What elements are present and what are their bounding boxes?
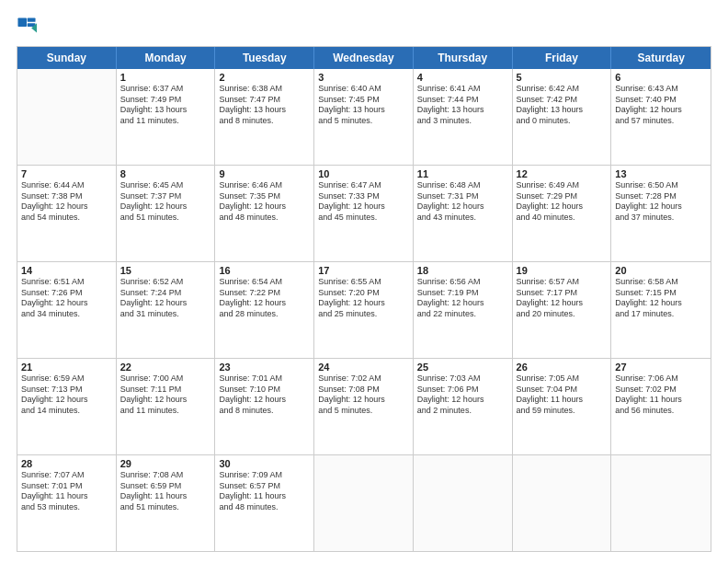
cell-info-line: Daylight: 11 hours	[120, 491, 211, 502]
calendar-cell: 16Sunrise: 6:54 AMSunset: 7:22 PMDayligh…	[215, 262, 314, 358]
cell-info-line: Daylight: 13 hours	[318, 105, 409, 116]
cell-info-line: Sunset: 7:10 PM	[219, 385, 310, 396]
cell-info-line: Sunset: 7:47 PM	[219, 95, 310, 106]
cell-info-line: and 8 minutes.	[219, 116, 310, 127]
cell-info-line: Sunrise: 6:58 AM	[615, 277, 707, 288]
calendar-cell: 8Sunrise: 6:45 AMSunset: 7:37 PMDaylight…	[117, 166, 216, 261]
header-day-monday: Monday	[117, 47, 216, 69]
cell-info-line: Sunrise: 7:00 AM	[120, 373, 211, 385]
day-number: 14	[21, 265, 112, 276]
cell-info-line: Sunrise: 6:45 AM	[120, 180, 211, 191]
cell-info-line: Sunset: 7:13 PM	[21, 385, 112, 396]
cell-info-line: Daylight: 12 hours	[318, 298, 409, 309]
calendar-cell: 11Sunrise: 6:48 AMSunset: 7:31 PMDayligh…	[414, 166, 513, 261]
day-number: 29	[120, 458, 211, 469]
day-number: 5	[517, 72, 608, 83]
cell-info-line: Sunrise: 7:08 AM	[120, 470, 211, 481]
cell-info-line: Sunrise: 6:52 AM	[120, 277, 211, 288]
calendar-cell: 21Sunrise: 6:59 AMSunset: 7:13 PMDayligh…	[17, 359, 117, 454]
cell-info-line: Sunset: 7:31 PM	[417, 191, 508, 202]
cell-info-line: Sunset: 7:38 PM	[21, 191, 112, 202]
day-number: 19	[517, 265, 608, 276]
cell-info-line: and 5 minutes.	[318, 116, 409, 127]
cell-info-line: Sunset: 7:35 PM	[219, 191, 310, 202]
day-number: 17	[318, 265, 409, 276]
cell-info-line: Daylight: 13 hours	[417, 105, 508, 116]
cell-info-line: Sunrise: 6:46 AM	[219, 180, 310, 191]
cell-info-line: Sunrise: 6:57 AM	[517, 277, 608, 288]
cell-info-line: and 20 minutes.	[517, 309, 608, 320]
cell-info-line: Daylight: 11 hours	[517, 395, 608, 406]
cell-info-line: Sunrise: 6:42 AM	[517, 84, 608, 95]
cell-info-line: and 34 minutes.	[21, 309, 112, 320]
day-number: 13	[615, 168, 707, 179]
cell-info-line: Daylight: 12 hours	[417, 298, 508, 309]
header-day-wednesday: Wednesday	[314, 47, 414, 69]
cell-info-line: and 0 minutes.	[517, 116, 608, 127]
calendar-row-0: 1Sunrise: 6:37 AMSunset: 7:49 PMDaylight…	[17, 69, 711, 166]
header-day-saturday: Saturday	[611, 47, 711, 69]
cell-info-line: Daylight: 11 hours	[219, 491, 310, 502]
cell-info-line: Sunset: 7:04 PM	[517, 385, 608, 396]
calendar-cell: 30Sunrise: 7:09 AMSunset: 6:57 PMDayligh…	[215, 455, 314, 551]
cell-info-line: Sunrise: 6:59 AM	[21, 373, 112, 385]
cell-info-line: and 25 minutes.	[318, 309, 409, 320]
calendar-cell: 9Sunrise: 6:46 AMSunset: 7:35 PMDaylight…	[215, 166, 314, 261]
cell-info-line: Sunrise: 6:49 AM	[517, 180, 608, 191]
page-header	[17, 17, 711, 37]
cell-info-line: Daylight: 12 hours	[219, 298, 310, 309]
cell-info-line: Daylight: 12 hours	[615, 105, 707, 116]
calendar-cell: 25Sunrise: 7:03 AMSunset: 7:06 PMDayligh…	[414, 359, 513, 454]
logo-icon	[17, 17, 37, 37]
cell-info-line: Sunrise: 6:54 AM	[219, 277, 310, 288]
cell-info-line: Sunrise: 7:09 AM	[219, 470, 310, 481]
cell-info-line: Sunset: 7:19 PM	[417, 288, 508, 299]
cell-info-line: and 14 minutes.	[21, 406, 112, 417]
cell-info-line: Daylight: 12 hours	[120, 298, 211, 309]
cell-info-line: Daylight: 12 hours	[120, 395, 211, 406]
calendar-row-3: 21Sunrise: 6:59 AMSunset: 7:13 PMDayligh…	[17, 359, 711, 455]
cell-info-line: Sunset: 7:37 PM	[120, 191, 211, 202]
day-number: 26	[517, 362, 608, 373]
calendar-cell	[414, 455, 513, 551]
cell-info-line: Sunset: 7:44 PM	[417, 95, 508, 106]
cell-info-line: Sunset: 7:45 PM	[318, 95, 409, 106]
cell-info-line: Sunrise: 6:38 AM	[219, 84, 310, 95]
cell-info-line: Daylight: 12 hours	[120, 201, 211, 213]
cell-info-line: Sunrise: 6:44 AM	[21, 180, 112, 191]
cell-info-line: and 51 minutes.	[120, 213, 211, 224]
cell-info-line: Daylight: 12 hours	[219, 395, 310, 406]
day-number: 3	[318, 72, 409, 83]
cell-info-line: Daylight: 12 hours	[219, 201, 310, 213]
calendar-page: SundayMondayTuesdayWednesdayThursdayFrid…	[0, 0, 728, 563]
calendar-row-4: 28Sunrise: 7:07 AMSunset: 7:01 PMDayligh…	[17, 455, 711, 551]
calendar-cell: 23Sunrise: 7:01 AMSunset: 7:10 PMDayligh…	[215, 359, 314, 454]
calendar-cell: 4Sunrise: 6:41 AMSunset: 7:44 PMDaylight…	[414, 69, 513, 165]
cell-info-line: Daylight: 12 hours	[517, 201, 608, 213]
header-day-thursday: Thursday	[414, 47, 513, 69]
cell-info-line: Sunrise: 6:47 AM	[318, 180, 409, 191]
cell-info-line: Sunrise: 6:48 AM	[417, 180, 508, 191]
cell-info-line: Sunset: 7:15 PM	[615, 288, 707, 299]
cell-info-line: Sunrise: 7:06 AM	[615, 373, 707, 385]
cell-info-line: Sunrise: 6:40 AM	[318, 84, 409, 95]
calendar-cell: 13Sunrise: 6:50 AMSunset: 7:28 PMDayligh…	[611, 166, 711, 261]
calendar: SundayMondayTuesdayWednesdayThursdayFrid…	[17, 46, 711, 552]
cell-info-line: Sunrise: 7:02 AM	[318, 373, 409, 385]
cell-info-line: Daylight: 12 hours	[318, 201, 409, 213]
cell-info-line: Sunset: 7:29 PM	[517, 191, 608, 202]
cell-info-line: Sunset: 7:17 PM	[517, 288, 608, 299]
cell-info-line: Sunset: 7:08 PM	[318, 385, 409, 396]
cell-info-line: Sunset: 7:06 PM	[417, 385, 508, 396]
calendar-cell: 20Sunrise: 6:58 AMSunset: 7:15 PMDayligh…	[611, 262, 711, 358]
calendar-cell	[314, 455, 414, 551]
calendar-cell: 6Sunrise: 6:43 AMSunset: 7:40 PMDaylight…	[611, 69, 711, 165]
calendar-cell: 19Sunrise: 6:57 AMSunset: 7:17 PMDayligh…	[513, 262, 612, 358]
cell-info-line: Sunset: 7:33 PM	[318, 191, 409, 202]
cell-info-line: Sunrise: 7:01 AM	[219, 373, 310, 385]
day-number: 23	[219, 362, 310, 373]
cell-info-line: Sunset: 6:57 PM	[219, 481, 310, 492]
cell-info-line: and 11 minutes.	[120, 116, 211, 127]
day-number: 2	[219, 72, 310, 83]
cell-info-line: Daylight: 12 hours	[21, 395, 112, 406]
